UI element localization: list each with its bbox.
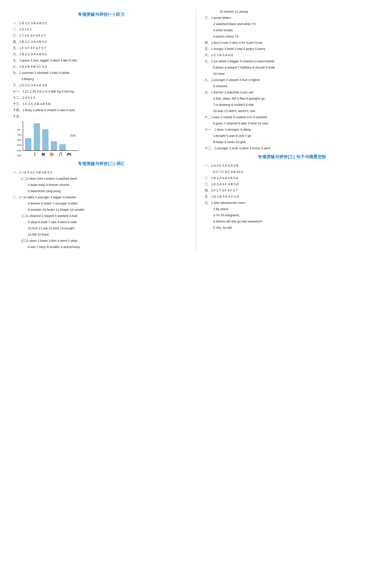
bar-3 <box>42 129 48 150</box>
bar-1 <box>25 138 31 150</box>
activity-label: · 活动 <box>68 133 76 138</box>
section-jiu: 九、1.summer 2.climbed 3.train 4.father <box>13 70 190 76</box>
section-er: 二、2 5 3 4 1 <box>13 26 190 32</box>
v2b: (二)1.cleaned 2.stayed 3.washed 4.had <box>21 213 190 219</box>
label-rsi3: 六、 <box>205 53 211 57</box>
v2a: 二、(一)1.taller 2.younger 3.bigger 4.heavi… <box>13 194 190 200</box>
label-j1: 一、 <box>205 164 211 167</box>
right-column: 10.shorter 11.young 三、1.wrote letters 2.… <box>196 9 379 250</box>
v2b2: 5.slept 6.read 7.saw 8.went 9.rode <box>28 219 190 225</box>
label-rsi4: 七、 <box>205 59 211 63</box>
j6b: 2.By plane. <box>213 206 379 212</box>
rsi2: 五、1.hungry 2.lived 3.sad 4.angry 5.worry <box>205 46 379 51</box>
rsi8b: 4.bought 5.was 6.visit 7.go <box>213 133 379 139</box>
label-v2c: (三) <box>21 239 27 243</box>
j4: 四、1.F 2.T 3.F 4.F 5.T <box>205 187 379 193</box>
section-shi: 十、1.D 2.C 3.A 4.E 5.B <box>13 82 190 88</box>
label-shi4: 十四、 <box>13 108 23 112</box>
bar-icon-1: 🏃 <box>30 151 39 158</box>
rs1c: 3.write emails <box>213 27 379 33</box>
label-ba: 八、 <box>13 65 19 68</box>
bar-2 <box>34 123 40 150</box>
label-shi3: 十三、 <box>13 102 23 106</box>
j5: 五、1.D 2.B 3.E 4.C 5.A <box>205 193 379 199</box>
label-jiu: 九、 <box>13 71 19 75</box>
label-er: 二、 <box>13 27 19 31</box>
section-shi1: 十一、1.11 2.25 3.6.1 m 4.860 kg 5.910 kg <box>13 89 190 94</box>
rsi1: 四、1.bus 2.now 3.very 4.for 5.pen 6.cat <box>205 40 379 45</box>
rsi4: 七、1.ice-skate 2.bigger 3.cinema 4.superm… <box>205 58 379 64</box>
label-rsi6: 九、 <box>205 90 211 94</box>
v1: 一、(一)1.A 2.C 3.B 4.B 5.C <box>13 169 190 175</box>
j3: 三、1.E 2.A 3.C 4.B 5.D <box>205 181 379 187</box>
section-shi5-label: 十五、 <box>13 113 190 119</box>
section-qi: 七、1.grass 2.sun; bigger 3.slept 4.like 5… <box>13 57 190 63</box>
section-shi2: 十二、2 4 5 1 3 <box>13 95 190 101</box>
j6e: 5.Yes, he did. <box>213 225 379 230</box>
chart-bars-wrap: · 活动 🏃 💻 🎨 🎵 🎮 <box>23 121 78 158</box>
label-j3: 三、 <box>205 182 211 186</box>
section-san: 三、1.T 2.F 3.F 4.F 5.T <box>13 33 190 38</box>
rs1: 三、1.wrote letters <box>205 15 379 21</box>
label-yi: 一、 <box>13 21 19 25</box>
label-shi2: 十二、 <box>13 96 23 99</box>
chart-area: · 活动 <box>23 121 78 151</box>
label-qi: 七、 <box>13 58 19 62</box>
bar-icons-row: 🏃 💻 🎨 🎵 🎮 <box>30 151 78 158</box>
label-rsi9: 十二、 <box>205 146 214 150</box>
section-shi3: 十三、1.C 2.C 3.B 4.B 5.B <box>13 101 190 107</box>
section-shi4: 十四、1.busy 2.plane 3.visited 4.saw 5.took <box>13 107 190 113</box>
v2b3: 10.hurt 11.ate 12.took 13.bought <box>28 225 190 231</box>
j6: 六、1.She cleaned her room. <box>205 200 379 205</box>
v2c: (三)1.short 2.lower 3.thin 4.went 5.slept <box>21 238 190 243</box>
title-section2: 专项突破与评价(二) 词汇 <box>13 160 190 167</box>
section-si: 四、1.B 2.C 3.A 4.B 5.C <box>13 39 190 45</box>
rsi4b: 5.plane 6.stayed 7.hobbies 8.should 9.dr… <box>213 64 379 70</box>
label-v1b: (二) <box>21 177 27 180</box>
label-shi1: 十一、 <box>13 90 23 93</box>
j6d: 4.Where did she go last weekend? <box>213 218 379 224</box>
section-ba: 八、1.A 2.B 3.B 4.C 5.A <box>13 64 190 69</box>
label-v2a: 二、(一) <box>13 195 25 199</box>
rs1d: 4.watch colour TV <box>213 33 379 39</box>
left-column: 专项突破与评价(一) 听力 一、1.B 2.C 3.B 4.B 5.C 二、2 … <box>13 9 196 250</box>
j1: 一、1.A 2.C 3.A 4.A 5.B <box>205 163 379 168</box>
section-jiu2: 5.Beijing <box>21 76 190 82</box>
label-rs1: 三、 <box>205 16 211 19</box>
label-rsi1: 四、 <box>205 41 211 44</box>
bar-4 <box>51 141 57 150</box>
label-rsi8: 十一、 <box>205 128 214 131</box>
bar-5 <box>60 144 65 150</box>
label-v1: 一、(一) <box>13 170 25 174</box>
label-shi: 十、 <box>13 83 19 87</box>
j2: 二、1.B 2.A 3.A 4.B 5.A <box>205 175 379 181</box>
rsi6b: 4.Did; clean; did 5.flew 6.going/to go <box>213 96 379 101</box>
label-rsi5: 八、 <box>205 78 211 82</box>
label-rsi2: 五、 <box>205 47 211 51</box>
label-v2b: (二) <box>21 214 27 218</box>
label-j4: 四、 <box>205 189 211 192</box>
label-liu: 六、 <box>13 52 19 56</box>
bar-icon-4: 🎵 <box>56 151 65 158</box>
rsi6c: 7.is drawing 8.couldn't 9.ride <box>213 102 379 107</box>
rs1b: 2.watched black and white TV <box>213 21 379 27</box>
rc-cont1: 10.shorter 11.young <box>220 9 379 14</box>
label-rsi7: 十、 <box>205 115 211 119</box>
rsi6: 九、1.thinner 2.watched 3.are; am <box>205 89 379 95</box>
rsi7b: 6.goes 7.cleaned 8.with 9.tired 10.next <box>213 120 379 126</box>
v1b: (二)1.New York London 2.washed fixed <box>21 176 190 181</box>
label-shi5: 十五、 <box>13 114 23 118</box>
v2c2: 6.last 7.easy 8.smaller 9.active/noisy <box>28 244 190 250</box>
v2a2: 5.thinner 6.lower 7.stronger 8.older <box>28 200 190 206</box>
rsi8: 十一、1.does 2.stronger 3.riding <box>205 127 379 132</box>
rsi3: 六、1.C 2.B 3.A 4.D <box>205 52 379 58</box>
label-j6: 六、 <box>205 201 211 205</box>
section-yi: 一、1.B 2.C 3.B 4.B 5.C <box>13 20 190 26</box>
y-axis: 50% 40% 30% 20% 10% 0% <box>17 128 22 158</box>
v2b4: 14.fell 15.fixed <box>28 231 190 237</box>
v2a3: 9.smarter 10.faster 11.longer 12.smaller <box>28 207 190 212</box>
rsi6d: 10.was 11.didn't; weren't; see <box>213 108 379 114</box>
rsi9: 十二、1.younger 2.took 3.were 4.funny 5.wen… <box>205 145 379 151</box>
title-section1: 专项突破与评价(一) 听力 <box>13 11 190 18</box>
bar-icon-2: 💻 <box>39 151 48 158</box>
